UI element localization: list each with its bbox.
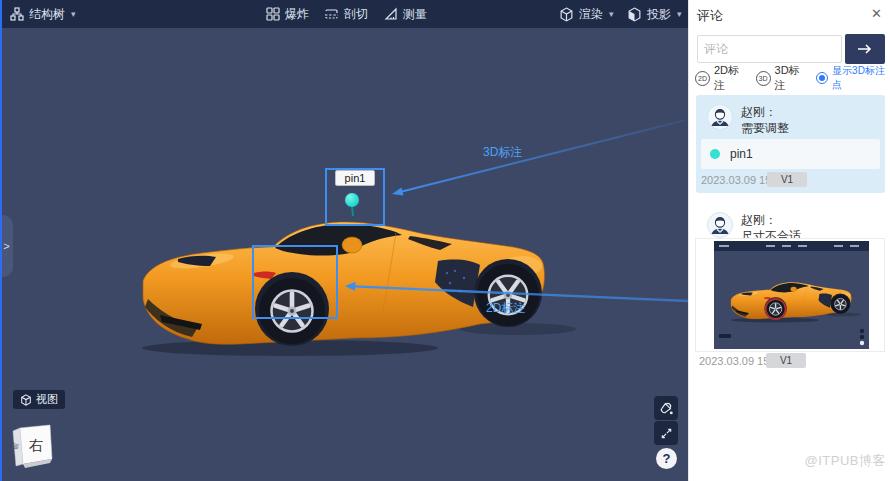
help-button[interactable]: ? — [656, 448, 677, 469]
close-icon[interactable]: ✕ — [871, 6, 882, 21]
projection-label: 投影 — [647, 6, 671, 23]
pin-name: pin1 — [730, 147, 753, 161]
app-window: 结构树 ▾ 爆炸 剖切 — [0, 0, 890, 481]
comment-card[interactable]: 赵刚： 需要调整 pin1 2023.03.09 15:40 V1 — [696, 95, 885, 193]
3d-badge-icon: 3D — [756, 71, 771, 86]
comment-author: 赵刚： — [741, 104, 777, 121]
chevron-right-icon: > — [3, 240, 9, 252]
show-3d-points-radio[interactable] — [816, 72, 828, 84]
paint-bucket-icon — [658, 400, 674, 416]
3d-viewport-canvas[interactable] — [0, 28, 688, 481]
explode-icon — [266, 7, 280, 21]
chevron-down-icon: ▾ — [677, 9, 682, 19]
structure-tree-label: 结构树 — [29, 6, 65, 23]
navigation-cube[interactable]: 前 右 — [4, 420, 60, 476]
comment-author: 赵刚： — [741, 212, 777, 229]
watermark: @ITPUB博客 — [805, 452, 886, 470]
avatar — [707, 104, 733, 130]
fullscreen-icon — [659, 426, 674, 441]
pin-label: pin1 — [335, 170, 375, 186]
snapshot-image — [714, 241, 869, 349]
pin-list-item[interactable]: pin1 — [701, 139, 880, 169]
3d-annotation-pin[interactable] — [345, 193, 359, 207]
render-label: 渲染 — [579, 6, 603, 23]
explode-button[interactable]: 爆炸 — [266, 0, 309, 28]
2d-annotation-box[interactable] — [252, 245, 338, 319]
send-comment-button[interactable] — [845, 34, 885, 64]
arrow-right-icon — [856, 42, 874, 56]
3d-viewport[interactable]: 结构树 ▾ 爆炸 剖切 — [0, 0, 688, 481]
chevron-down-icon: ▾ — [71, 9, 76, 19]
filter-3d-button[interactable]: 3D标注 — [775, 63, 807, 93]
render-dropdown[interactable]: 渲染 ▾ — [559, 0, 614, 28]
comment-input[interactable] — [697, 35, 842, 63]
help-label: ? — [663, 451, 671, 466]
2d-annotation-text: 2D标注 — [486, 300, 525, 317]
structure-tree-icon — [10, 7, 24, 21]
view-button-label: 视图 — [36, 392, 58, 407]
section-label: 剖切 — [344, 6, 368, 23]
explode-label: 爆炸 — [285, 6, 309, 23]
annotation-filter-row: 2D 2D标注 3D 3D标注 显示3D标注点 — [695, 70, 887, 86]
view-button[interactable]: 视图 — [13, 390, 65, 409]
pin-dot-icon — [710, 149, 720, 159]
render-icon — [559, 7, 574, 22]
projection-icon — [627, 7, 642, 22]
fullscreen-button[interactable] — [654, 421, 678, 445]
show-3d-points-label[interactable]: 显示3D标注点 — [832, 64, 887, 92]
filter-2d-button[interactable]: 2D标注 — [714, 63, 746, 93]
section-button[interactable]: 剖切 — [324, 0, 368, 28]
comment-snapshot[interactable] — [695, 238, 885, 352]
background-color-button[interactable] — [654, 396, 678, 420]
measure-button[interactable]: 测量 — [384, 0, 427, 28]
chevron-down-icon: ▾ — [609, 9, 614, 19]
version-badge: V1 — [766, 353, 806, 368]
2d-badge-icon: 2D — [695, 71, 710, 86]
view-cube-icon — [20, 394, 32, 406]
left-edge-accent — [0, 0, 2, 481]
cube-front-face-label: 右 — [29, 437, 43, 453]
3d-annotation-text: 3D标注 — [483, 144, 522, 161]
version-badge: V1 — [767, 172, 807, 187]
panel-title: 评论 — [697, 7, 723, 25]
comment-text: 需要调整 — [741, 120, 789, 137]
avatar — [707, 212, 733, 238]
structure-tree-button[interactable]: 结构树 ▾ — [10, 0, 76, 28]
measure-label: 测量 — [403, 6, 427, 23]
measure-icon — [384, 7, 398, 21]
comment-card[interactable]: 赵刚： 尺寸不合适 — [696, 208, 885, 366]
section-icon — [324, 7, 339, 21]
main-toolbar: 结构树 ▾ 爆炸 剖切 — [0, 0, 688, 28]
projection-dropdown[interactable]: 投影 ▾ — [627, 0, 682, 28]
comments-panel: 评论 ✕ 2D 2D标注 3D 3D标注 显示3D标注点 赵刚： — [688, 0, 890, 481]
cube-side-face-label: 前 — [11, 442, 19, 450]
